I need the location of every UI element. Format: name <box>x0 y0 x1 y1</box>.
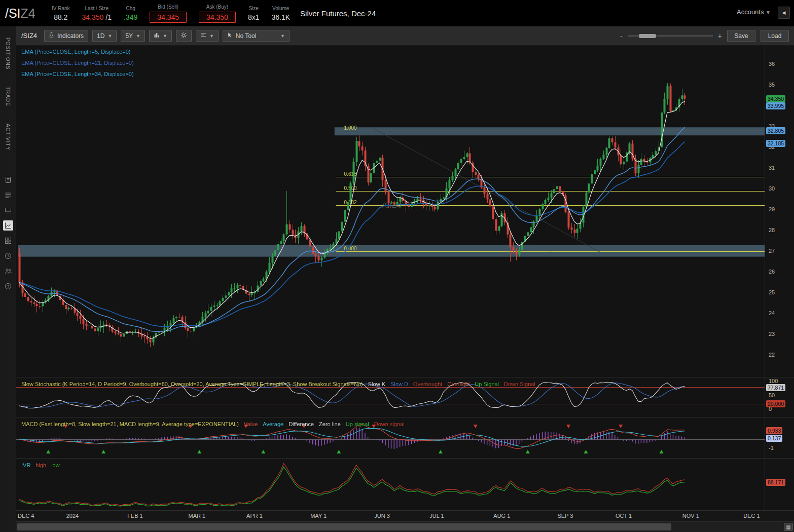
sidebar-tab-positions[interactable]: POSITIONS <box>5 37 11 69</box>
collapse-panel-button[interactable]: ◀ <box>778 7 790 19</box>
field-label: Size <box>248 6 260 11</box>
indicators-label: Indicators <box>57 32 84 40</box>
quote-field-chg: Chg.349 <box>124 6 137 21</box>
ema-study-label-2[interactable]: EMA (Price=CLOSE, Length=21, Displace=0) <box>21 60 134 66</box>
time-axis-label-mar-1: MAR 1 <box>188 513 205 519</box>
chart-h-scrollbar[interactable]: ▦ <box>16 522 794 532</box>
field-value-bid-sell[interactable]: 34.345 <box>150 12 187 23</box>
legend-key-zero-line: Zero line <box>319 421 341 427</box>
scrollbar-corner-button[interactable]: ▦ <box>784 523 793 531</box>
drawing-tool-dropdown[interactable]: No Tool ▼ <box>223 30 290 42</box>
price-chart-canvas[interactable] <box>16 46 765 377</box>
grid-icon[interactable] <box>3 236 13 246</box>
zoom-slider[interactable] <box>628 30 713 42</box>
clock-icon[interactable] <box>3 251 13 261</box>
legend-key-low: low <box>51 462 60 468</box>
field-label: Ask (Buy) <box>199 4 236 10</box>
help-icon[interactable]: ? <box>3 281 13 291</box>
study-label[interactable]: MACD (Fast length=8, Slow length=21, MAC… <box>21 421 239 427</box>
time-axis[interactable]: DEC 42024FEB 1MAR 1APR 1MAY 1JUN 3JUL 1A… <box>16 511 794 522</box>
legend-key-slow-k: Slow K <box>368 381 385 387</box>
ivr-canvas[interactable] <box>16 459 765 510</box>
axis-tick-22: 22 <box>769 352 775 358</box>
field-label: Volume <box>271 6 290 11</box>
field-label: Last / Size <box>82 6 112 11</box>
time-axis-label-nov-1: NOV 1 <box>682 513 699 519</box>
chart-icon[interactable] <box>3 220 13 231</box>
chevron-down-icon: ▼ <box>209 33 214 39</box>
time-axis-label-dec-4: DEC 4 <box>18 513 34 519</box>
indicators-button[interactable]: Indicators <box>44 30 88 42</box>
grid-glyph-icon: ▦ <box>786 524 790 530</box>
chevron-left-icon: ◀ <box>782 10 786 15</box>
field-value-size: 8x1 <box>248 13 260 21</box>
axis-tick-1: -1 <box>769 445 774 451</box>
chevron-down-icon: ▼ <box>163 33 167 39</box>
axis-value-badge: 0.137 <box>766 435 782 442</box>
axis-tick-30: 30 <box>769 185 775 192</box>
chart-area: EMA (Price=CLOSE, Length=5, Displace=0)E… <box>16 46 794 532</box>
stochastic-axis[interactable]: 10050077.87120.000 <box>765 377 794 417</box>
zoom-in-button[interactable]: + <box>718 32 722 40</box>
quote-field-last-size: Last / Size34.350 /1 <box>82 6 112 21</box>
range-dropdown[interactable]: 5Y▼ <box>121 30 145 42</box>
axis-tick-28: 28 <box>769 227 775 234</box>
load-button[interactable]: Load <box>761 30 789 42</box>
study-label[interactable]: IVR <box>21 462 30 468</box>
axis-value-badge: 34.350 <box>766 95 785 102</box>
accounts-label: Accounts <box>737 8 764 16</box>
zoom-out-button[interactable]: - <box>620 32 623 40</box>
trading-platform-window: /SIZ4 IV Rank88.2Last / Size34.350 /1Chg… <box>0 0 794 532</box>
price-levels-dropdown[interactable]: ▼ <box>196 30 219 42</box>
quote-field-bid-sell: Bid (Sell)34.345 <box>150 4 187 23</box>
field-label: IV Rank <box>52 6 70 11</box>
zoom-slider-thumb[interactable] <box>639 34 656 38</box>
axis-tick-25: 25 <box>769 289 775 296</box>
report-icon[interactable] <box>3 175 13 185</box>
people-icon[interactable] <box>3 266 13 276</box>
axis-tick-29: 29 <box>769 206 775 213</box>
macd-axis[interactable]: -10.9330.137 <box>765 417 794 458</box>
save-button[interactable]: Save <box>727 30 755 42</box>
time-axis-label-aug-1: AUG 1 <box>493 513 510 519</box>
symbol-root: /SI <box>5 6 21 20</box>
chart-settings-button[interactable] <box>176 30 192 42</box>
header: /SIZ4 IV Rank88.2Last / Size34.350 /1Chg… <box>0 0 794 26</box>
stochastic-legend: Slow Stochastic (K Period=14, D Period=9… <box>21 379 540 388</box>
field-value-chg: .349 <box>124 13 137 21</box>
axis-tick-35: 35 <box>769 82 775 88</box>
chevron-down-icon: ▼ <box>280 33 285 39</box>
study-label[interactable]: Slow Stochastic (K Period=14, D Period=9… <box>21 381 363 387</box>
ivr-axis[interactable]: 88.171 <box>765 459 794 510</box>
accounts-dropdown[interactable]: Accounts ▼ <box>737 8 771 16</box>
timeframe-dropdown[interactable]: 1D▼ <box>92 30 117 42</box>
scrollbar-thumb[interactable] <box>17 523 671 530</box>
ema-study-label-3[interactable]: EMA (Price=CLOSE, Length=34, Displace=0) <box>21 71 134 77</box>
quote-fields: IV Rank88.2Last / Size34.350 /1Chg.349Bi… <box>52 4 290 23</box>
time-axis-label-oct-1: OCT 1 <box>616 513 632 519</box>
axis-tick-27: 27 <box>769 248 775 254</box>
legend-key-up-signal: Up Signal <box>475 381 499 387</box>
axis-value-badge: 88.171 <box>766 479 785 486</box>
monitor-icon[interactable] <box>3 205 13 215</box>
gear-icon <box>181 32 187 40</box>
chart-style-dropdown[interactable]: ▼ <box>149 30 172 42</box>
sidebar-tab-trade[interactable]: TRADE <box>5 87 11 106</box>
axis-value-badge: 77.871 <box>766 384 785 391</box>
field-value-volume: 36.1K <box>271 13 290 21</box>
legend-key-average: Average <box>263 421 283 427</box>
field-value-ask-buy[interactable]: 34.350 <box>199 12 236 23</box>
field-suffix: /1 <box>103 13 112 21</box>
news-icon[interactable] <box>3 190 13 200</box>
time-axis-label-dec-1: DEC 1 <box>743 513 760 519</box>
ema-study-label-1[interactable]: EMA (Price=CLOSE, Length=5, Displace=0) <box>21 49 134 55</box>
chart-symbol-label: /SIZ4 <box>21 32 37 40</box>
ema-study-labels: EMA (Price=CLOSE, Length=5, Displace=0)E… <box>21 49 134 82</box>
legend-key-slow-d: Slow D <box>390 381 408 387</box>
sidebar-tab-activity[interactable]: ACTIVITY <box>5 124 11 150</box>
field-label: Chg <box>124 6 137 11</box>
svg-text:?: ? <box>7 284 9 289</box>
chevron-down-icon: ▼ <box>766 10 771 15</box>
chart-gadget: /SIZ4 Indicators 1D▼ 5Y▼ ▼ ▼ No Tool ▼ <box>16 26 794 532</box>
price-axis[interactable]: 36353433323130292827262524232234.35033.9… <box>765 46 794 377</box>
